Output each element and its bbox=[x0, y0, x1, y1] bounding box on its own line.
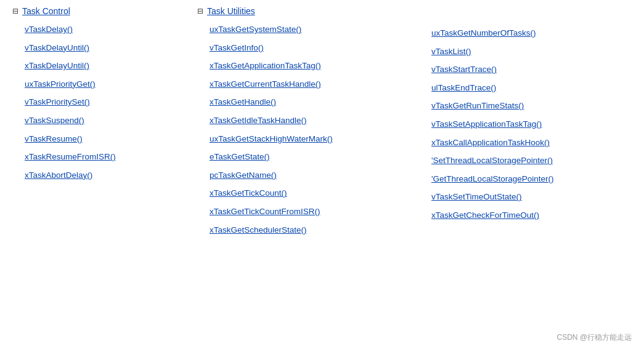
task-utilities-item[interactable]: xTaskGetSchedulerState() bbox=[210, 222, 419, 239]
task-utilities-item[interactable]: uxTaskGetSystemState() bbox=[210, 21, 419, 38]
task-control-item[interactable]: xTaskResumeFromISR() bbox=[25, 148, 185, 166]
task-extra-item[interactable]: uxTaskGetNumberOfTasks() bbox=[431, 25, 619, 42]
task-control-column: ⊟ Task Control vTaskDelay()vTaskDelayUnt… bbox=[12, 6, 197, 238]
task-control-item[interactable]: uxTaskPriorityGet() bbox=[25, 76, 185, 93]
task-extra-item[interactable]: vTaskSetTimeOutState() bbox=[431, 188, 619, 206]
task-extra-item[interactable]: vTaskList() bbox=[431, 43, 619, 60]
task-utilities-item[interactable]: vTaskGetInfo() bbox=[210, 39, 419, 57]
task-utilities-item[interactable]: xTaskGetTickCount() bbox=[210, 185, 419, 202]
task-utilities-header: ⊟ Task Utilities bbox=[197, 6, 419, 16]
task-utilities-column: ⊟ Task Utilities uxTaskGetSystemState()v… bbox=[197, 6, 431, 238]
task-control-item[interactable]: vTaskPrioritySet() bbox=[25, 94, 185, 111]
task-extra-item[interactable]: vTaskStartTrace() bbox=[431, 61, 619, 78]
task-control-collapse-icon[interactable]: ⊟ bbox=[12, 7, 18, 15]
task-extra-item[interactable]: ulTaskEndTrace() bbox=[431, 79, 619, 97]
task-control-item[interactable]: xTaskDelayUntil() bbox=[25, 57, 185, 74]
task-control-item[interactable]: vTaskSuspend() bbox=[25, 112, 185, 129]
task-extra-item[interactable]: vTaskGetRunTimeStats() bbox=[431, 97, 619, 114]
task-extra-item[interactable]: 'GetThreadLocalStoragePointer() bbox=[431, 170, 619, 188]
task-control-item[interactable]: xTaskAbortDelay() bbox=[25, 167, 185, 184]
task-utilities-item[interactable]: xTaskGetTickCountFromISR() bbox=[210, 203, 419, 220]
task-control-item[interactable]: vTaskDelay() bbox=[25, 21, 185, 38]
task-utilities-list: uxTaskGetSystemState()vTaskGetInfo()xTas… bbox=[197, 21, 419, 238]
task-utilities-item[interactable]: xTaskGetHandle() bbox=[210, 94, 419, 111]
task-utilities-item[interactable]: xTaskGetCurrentTaskHandle() bbox=[210, 76, 419, 93]
task-utilities-item[interactable]: eTaskGetState() bbox=[210, 148, 419, 166]
task-utilities-item[interactable]: xTaskGetApplicationTaskTag() bbox=[210, 57, 419, 74]
task-utilities-item[interactable]: pcTaskGetName() bbox=[210, 167, 419, 184]
watermark-text: CSDN @行稳方能走远 bbox=[556, 332, 632, 343]
main-container: ⊟ Task Control vTaskDelay()vTaskDelayUnt… bbox=[12, 6, 632, 238]
task-control-header: ⊟ Task Control bbox=[12, 6, 185, 16]
task-extra-column: uxTaskGetNumberOfTasks()vTaskList()vTask… bbox=[431, 6, 632, 238]
task-extra-item[interactable]: 'SetThreadLocalStoragePointer() bbox=[431, 152, 619, 169]
task-control-list: vTaskDelay()vTaskDelayUntil()xTaskDelayU… bbox=[12, 21, 185, 183]
task-utilities-item[interactable]: uxTaskGetStackHighWaterMark() bbox=[210, 130, 419, 148]
task-utilities-item[interactable]: xTaskGetIdleTaskHandle() bbox=[210, 112, 419, 129]
task-control-item[interactable]: vTaskResume() bbox=[25, 130, 185, 148]
task-utilities-title[interactable]: Task Utilities bbox=[207, 6, 255, 16]
task-extra-list: uxTaskGetNumberOfTasks()vTaskList()vTask… bbox=[431, 25, 619, 224]
task-control-item[interactable]: vTaskDelayUntil() bbox=[25, 39, 185, 57]
task-extra-item[interactable]: vTaskSetApplicationTaskTag() bbox=[431, 116, 619, 133]
task-control-title[interactable]: Task Control bbox=[22, 6, 70, 16]
task-extra-item[interactable]: xTaskGetCheckForTimeOut() bbox=[431, 207, 619, 224]
task-extra-item[interactable]: xTaskCallApplicationTaskHook() bbox=[431, 134, 619, 151]
task-utilities-collapse-icon[interactable]: ⊟ bbox=[197, 7, 203, 15]
